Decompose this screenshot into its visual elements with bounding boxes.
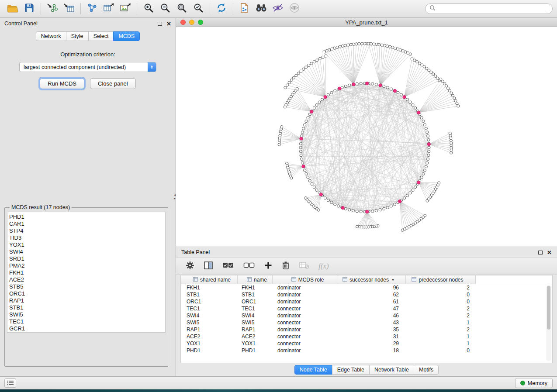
criterion-dropdown[interactable]: largest connected component (undirected)…	[19, 62, 156, 72]
table-scrollbar[interactable]	[546, 285, 551, 361]
find-button[interactable]	[253, 2, 270, 16]
close-panel-icon[interactable]: ✕	[166, 21, 171, 27]
export-image-button[interactable]	[117, 2, 134, 16]
mcds-result-item[interactable]: TEC1	[9, 318, 164, 325]
tab-edge-table[interactable]: Edge Table	[332, 365, 370, 375]
toolbar-separator	[80, 3, 81, 14]
window-maximize-icon[interactable]	[198, 20, 203, 25]
float-panel-icon[interactable]	[158, 22, 162, 26]
table-row[interactable]: SWI4SWI4dominator462	[181, 312, 552, 319]
table-row[interactable]: ORC1ORC1dominator610	[181, 298, 552, 305]
table-row[interactable]: RAP1RAP1dominator352	[181, 326, 552, 333]
mcds-result-item[interactable]: PHD1	[9, 213, 164, 220]
task-history-button[interactable]	[4, 378, 16, 388]
mcds-result-item[interactable]: ORC1	[9, 290, 164, 297]
mcds-result-item[interactable]: SRD1	[9, 255, 164, 262]
save-session-button[interactable]	[21, 2, 38, 16]
mcds-result-item[interactable]: GCR1	[9, 325, 164, 332]
table-cell: dominator	[273, 327, 338, 333]
mcds-result-item[interactable]: CAR1	[9, 220, 164, 227]
zoom-fit-icon	[176, 3, 187, 15]
network-canvas[interactable]	[176, 27, 557, 247]
close-panel-button[interactable]: Close panel	[90, 78, 136, 89]
table-cell: 46	[338, 313, 406, 319]
export-table-button[interactable]	[100, 2, 117, 16]
mcds-result-item[interactable]: STP4	[9, 227, 164, 234]
mcds-result-item[interactable]: SWI4	[9, 248, 164, 255]
mcds-result-item[interactable]: TID3	[9, 234, 164, 241]
window-minimize-icon[interactable]	[189, 20, 194, 25]
mcds-result-item[interactable]: PMA2	[9, 262, 164, 269]
table-settings-button[interactable]	[186, 261, 194, 272]
show-columns-button[interactable]	[204, 261, 213, 271]
table-row[interactable]: PHD1PHD1dominator180	[181, 347, 552, 354]
import-table-button[interactable]	[61, 2, 77, 16]
mcds-result-item[interactable]: FKH1	[9, 269, 164, 276]
memory-button[interactable]: Memory	[515, 378, 553, 388]
table-cell: 2	[406, 313, 476, 319]
float-table-panel-icon[interactable]	[538, 251, 543, 254]
add-column-button[interactable]	[264, 261, 272, 271]
tab-select[interactable]: Select	[88, 31, 114, 41]
column-header-shared-name[interactable]: shared name	[181, 275, 238, 284]
table-cell: 2	[406, 327, 476, 333]
tab-style[interactable]: Style	[66, 31, 89, 41]
refresh-icon	[216, 3, 227, 15]
eye-icon	[289, 3, 300, 15]
column-header-mcds-role[interactable]: MCDS role	[273, 275, 338, 284]
deselect-all-button[interactable]	[243, 262, 255, 271]
table-cell: YOX1	[238, 340, 273, 347]
zoom-out-button[interactable]	[157, 2, 173, 16]
desktop-background	[0, 389, 557, 392]
column-label: MCDS role	[298, 277, 324, 283]
table-row[interactable]: SWI5SWI5connector431	[181, 319, 552, 326]
mcds-result-list[interactable]: PHD1CAR1STP4TID3YOX1SWI4SRD1PMA2FKH1ACE2…	[7, 212, 166, 333]
new-network-button[interactable]	[84, 2, 100, 16]
table-cell: ORC1	[181, 299, 238, 305]
toolbar-separator	[210, 3, 210, 14]
clone-network-button[interactable]	[236, 2, 253, 16]
mcds-result-item[interactable]: ACE2	[9, 276, 164, 283]
column-header-name[interactable]: name	[238, 275, 273, 284]
hide-selected-button[interactable]	[270, 2, 286, 16]
mcds-result-item[interactable]: YOX1	[9, 241, 164, 248]
save-icon	[24, 3, 34, 14]
table-row[interactable]: YOX1YOX1connector291	[181, 340, 552, 347]
table-cell: YOX1	[181, 340, 238, 347]
table-row[interactable]: STB1STB1dominator620	[181, 291, 552, 298]
table-row[interactable]: ACE2ACE2connector311	[181, 333, 552, 340]
scrollbar-thumb[interactable]	[547, 286, 550, 330]
window-close-icon[interactable]	[180, 20, 186, 25]
open-file-button[interactable]	[4, 2, 21, 16]
mcds-result-item[interactable]: STB5	[9, 283, 164, 290]
mcds-result-item[interactable]: SWI5	[9, 311, 164, 318]
zoom-fit-button[interactable]	[173, 2, 190, 16]
delete-column-button[interactable]	[282, 261, 290, 272]
table-row[interactable]: FKH1FKH1dominator962	[181, 284, 552, 291]
tab-network-table[interactable]: Network Table	[369, 365, 414, 375]
tab-motifs[interactable]: Motifs	[414, 365, 439, 375]
mcds-result-item[interactable]: STB1	[9, 304, 164, 311]
table-row[interactable]: TEC1TEC1connector472	[181, 305, 552, 312]
tab-mcds[interactable]: MCDS	[113, 31, 140, 41]
show-all-button[interactable]	[286, 2, 303, 16]
memory-status-icon	[520, 381, 525, 385]
import-network-button[interactable]	[44, 2, 61, 16]
column-header-predecessor-nodes[interactable]: predecessor nodes	[406, 275, 476, 284]
tab-node-table[interactable]: Node Table	[294, 365, 332, 375]
tab-network[interactable]: Network	[36, 31, 66, 41]
zoom-selected-button[interactable]	[190, 2, 207, 16]
search-input[interactable]	[438, 6, 548, 12]
column-header-successor-nodes[interactable]: successor nodes ▾	[338, 275, 406, 284]
table-cell: 29	[338, 340, 406, 347]
column-type-icon	[247, 277, 252, 283]
mcds-result-item[interactable]: RAP1	[9, 297, 164, 304]
refresh-button[interactable]	[213, 2, 230, 16]
run-mcds-button[interactable]: Run MCDS	[40, 78, 84, 89]
network-view[interactable]	[176, 27, 557, 247]
select-all-button[interactable]	[222, 262, 234, 271]
panel-splitter-handle[interactable]: ◂▸	[174, 193, 176, 200]
zoom-in-button[interactable]	[140, 2, 157, 16]
close-table-panel-icon[interactable]: ✕	[547, 250, 552, 255]
table-cell: 0	[406, 347, 476, 354]
